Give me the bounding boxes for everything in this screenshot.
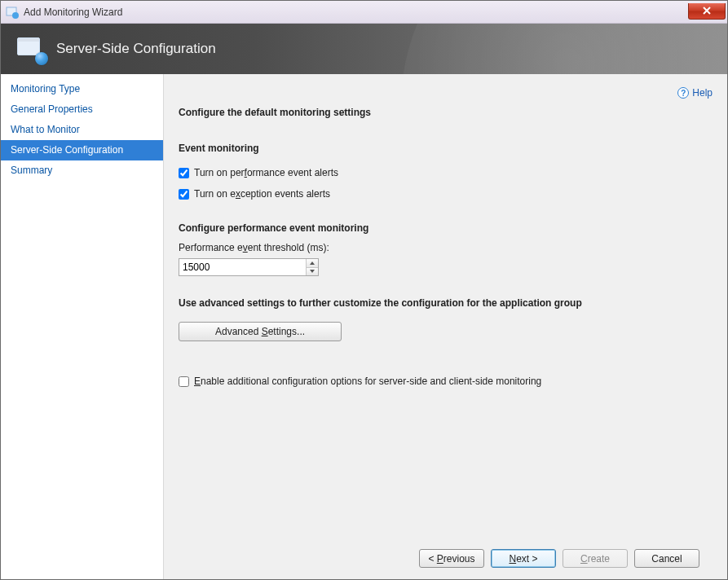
sidebar-item-general-properties[interactable]: General Properties (1, 99, 163, 120)
sidebar: Monitoring Type General Properties What … (1, 74, 164, 579)
titlebar-buttons (688, 5, 727, 20)
titlebar: Add Monitoring Wizard (1, 1, 727, 24)
threshold-input-wrap (179, 258, 319, 276)
window-title: Add Monitoring Wizard (24, 7, 688, 18)
perf-alerts-label: Turn on performance event alerts (194, 167, 338, 178)
additional-config-label: Enable additional configuration options … (194, 376, 541, 387)
sidebar-item-server-side-configuration[interactable]: Server-Side Configuration (1, 140, 163, 160)
help-label: Help (692, 87, 713, 99)
page-heading: Configure the default monitoring setting… (179, 107, 713, 118)
next-button[interactable]: Next > (491, 549, 556, 568)
threshold-spinner-down[interactable] (307, 268, 318, 276)
additional-config-checkbox-row[interactable]: Enable additional configuration options … (179, 376, 713, 387)
banner: Server-Side Configuration (1, 24, 727, 74)
svg-point-1 (12, 12, 19, 19)
advanced-heading: Use advanced settings to further customi… (179, 297, 713, 309)
additional-config-checkbox[interactable] (179, 376, 189, 387)
exception-alerts-checkbox-row[interactable]: Turn on exception events alerts (179, 188, 713, 200)
exception-alerts-checkbox[interactable] (179, 189, 189, 200)
help-link[interactable]: ? Help (677, 87, 713, 99)
close-button[interactable] (688, 3, 726, 20)
threshold-spinner (306, 259, 318, 275)
perf-alerts-checkbox-row[interactable]: Turn on performance event alerts (179, 167, 713, 178)
banner-icon (17, 37, 45, 60)
previous-button[interactable]: < Previous (419, 549, 484, 568)
banner-title: Server-Side Configuration (56, 41, 216, 57)
window-icon (6, 6, 19, 19)
sidebar-item-monitoring-type[interactable]: Monitoring Type (1, 79, 163, 99)
exception-alerts-label: Turn on exception events alerts (194, 188, 330, 200)
cancel-button[interactable]: Cancel (634, 549, 699, 568)
threshold-label: Performance event threshold (ms): (179, 242, 713, 253)
sidebar-item-what-to-monitor[interactable]: What to Monitor (1, 120, 163, 140)
threshold-input[interactable] (179, 259, 306, 275)
create-button: Create (563, 549, 628, 568)
wizard-window: Add Monitoring Wizard Server-Side Config… (0, 0, 728, 580)
footer-buttons: < Previous Next > Create Cancel (179, 541, 713, 579)
event-monitoring-heading: Event monitoring (179, 143, 713, 154)
advanced-settings-button[interactable]: Advanced Settings... (179, 322, 342, 341)
perf-alerts-checkbox[interactable] (179, 168, 189, 178)
threshold-spinner-up[interactable] (307, 259, 318, 268)
help-icon: ? (677, 87, 689, 99)
main-panel: ? Help Configure the default monitoring … (164, 74, 727, 579)
sidebar-item-summary[interactable]: Summary (1, 160, 163, 181)
wizard-body: Monitoring Type General Properties What … (1, 74, 727, 579)
perf-config-heading: Configure performance event monitoring (179, 222, 713, 234)
